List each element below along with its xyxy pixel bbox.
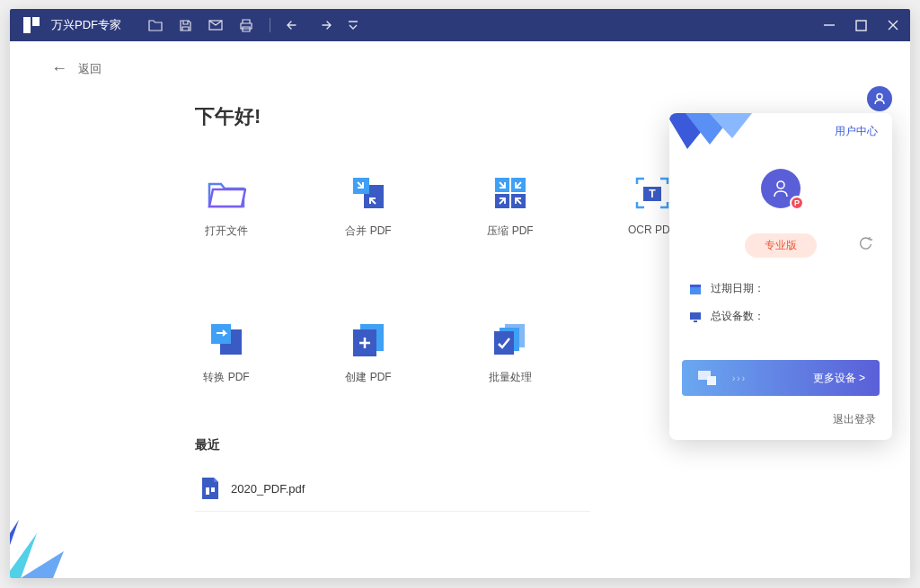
print-icon[interactable]: [239, 19, 253, 32]
panel-decoration: [669, 113, 759, 167]
tool-label: 打开文件: [205, 224, 248, 239]
svg-rect-33: [694, 320, 697, 322]
tool-label: 转换 PDF: [203, 370, 249, 385]
avatar-icon: [771, 179, 791, 198]
panel-info: 过期日期： 总设备数：: [669, 258, 892, 344]
minimize-button[interactable]: [823, 19, 836, 31]
svg-marker-22: [10, 551, 64, 578]
ocr-icon: T: [634, 176, 670, 210]
titlebar: 万兴PDF专家: [10, 9, 910, 41]
user-center-link[interactable]: 用户中心: [835, 125, 878, 137]
svg-marker-24: [10, 520, 19, 578]
back-button[interactable]: ← 返回: [51, 59, 869, 78]
tool-label: 批量处理: [489, 370, 532, 385]
logout-button[interactable]: 退出登录: [669, 396, 892, 427]
svg-rect-19: [494, 331, 514, 355]
redo-icon[interactable]: [317, 19, 332, 31]
window-controls: [823, 19, 899, 31]
svg-point-29: [777, 181, 784, 189]
refresh-icon[interactable]: [859, 237, 872, 254]
close-button[interactable]: [887, 19, 899, 31]
tool-create-pdf[interactable]: 创建 PDF: [337, 321, 400, 385]
create-icon: [351, 322, 385, 356]
svg-text:T: T: [649, 188, 656, 200]
compress-icon: [493, 176, 527, 210]
devices-label: 总设备数：: [711, 309, 765, 324]
recent-filename: 2020_PDF.pdf: [231, 482, 305, 496]
svg-rect-4: [856, 21, 866, 31]
undo-icon[interactable]: [287, 19, 301, 31]
tool-label: 压缩 PDF: [487, 224, 533, 239]
svg-rect-0: [23, 17, 31, 33]
more-devices-label: 更多设备 >: [813, 371, 865, 386]
svg-rect-1: [32, 17, 40, 26]
tool-batch[interactable]: 批量处理: [479, 321, 542, 385]
folder-open-icon: [207, 177, 246, 209]
back-label: 返回: [78, 61, 102, 77]
devices-icon: [696, 369, 718, 387]
app-window: 万兴PDF专家 ← 返回 下午好!: [10, 9, 910, 578]
svg-rect-35: [707, 376, 716, 385]
recent-file-row[interactable]: 2020_PDF.pdf: [195, 466, 590, 512]
content-area: ← 返回 下午好! 打开文件 合并 PDF 压缩 PDF: [10, 41, 910, 578]
app-title: 万兴PDF专家: [51, 17, 121, 33]
pdf-file-icon: [200, 477, 220, 500]
version-badge: 专业版: [745, 233, 817, 258]
mail-icon[interactable]: [208, 20, 223, 31]
titlebar-tools: [148, 18, 358, 32]
tool-compress-pdf[interactable]: 压缩 PDF: [479, 175, 542, 239]
batch-icon: [492, 322, 528, 356]
devices-row: 总设备数：: [689, 309, 872, 324]
user-icon: [872, 92, 887, 106]
recent-section: 最近 2020_PDF.pdf: [195, 437, 869, 512]
svg-rect-32: [690, 312, 701, 320]
convert-icon: [209, 322, 243, 356]
tool-label: 创建 PDF: [345, 370, 391, 385]
svg-rect-31: [690, 285, 701, 287]
dropdown-icon[interactable]: [348, 21, 358, 30]
back-arrow-icon: ←: [51, 59, 67, 78]
svg-marker-23: [10, 533, 37, 578]
user-avatar: P: [761, 169, 801, 208]
maximize-button[interactable]: [855, 20, 867, 31]
merge-icon: [351, 176, 385, 210]
tool-merge-pdf[interactable]: 合并 PDF: [337, 175, 400, 239]
monitor-icon: [689, 311, 702, 323]
user-panel: 用户中心 P 专业版 过期日期：: [669, 113, 892, 440]
save-icon[interactable]: [179, 19, 192, 32]
tool-open-file[interactable]: 打开文件: [195, 175, 258, 239]
svg-rect-21: [211, 487, 215, 492]
svg-point-25: [877, 94, 882, 100]
expiry-label: 过期日期：: [711, 281, 765, 296]
open-folder-icon[interactable]: [148, 19, 163, 31]
more-devices-button[interactable]: ››› 更多设备 >: [682, 360, 880, 396]
tool-convert-pdf[interactable]: 转换 PDF: [195, 321, 258, 385]
expiry-row: 过期日期：: [689, 281, 872, 296]
app-logo-icon: [21, 14, 42, 36]
user-button[interactable]: [867, 86, 892, 111]
tool-label: 合并 PDF: [345, 224, 391, 239]
chevrons-icon: ›››: [732, 373, 747, 383]
pro-badge: P: [790, 196, 804, 210]
svg-rect-20: [206, 487, 209, 495]
tool-grid: 打开文件 合并 PDF 压缩 PDF T OCR PDF 转换 PDF: [195, 175, 734, 385]
calendar-icon: [689, 283, 702, 295]
